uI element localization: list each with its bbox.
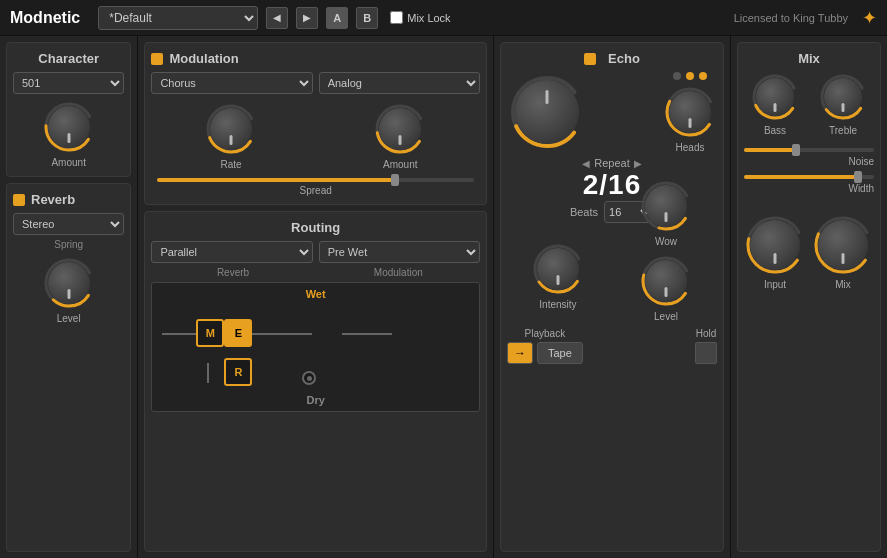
repeat-label: Repeat — [594, 157, 629, 169]
wow-knob[interactable] — [639, 179, 693, 233]
playback-label: Playback — [525, 328, 566, 339]
top-bar: Modnetic *Default ◀ ▶ A B Mix Lock Licen… — [0, 0, 887, 36]
modulation-rate-label: Rate — [220, 159, 241, 170]
heads-knob[interactable] — [663, 85, 717, 139]
panel-middle: Modulation Chorus Analog — [138, 36, 494, 558]
panel-mix: Mix Bass — [731, 36, 887, 558]
modulation-amount-label: Amount — [383, 159, 417, 170]
modulation-mode-select[interactable]: Analog — [319, 72, 480, 94]
heads-label: Heads — [676, 142, 705, 153]
echo-tape-knob[interactable] — [507, 72, 587, 152]
routing-modulation-label: Modulation — [319, 267, 478, 278]
mix-bottom-knobs: Input Mix — [744, 214, 874, 290]
app-container: Modnetic *Default ◀ ▶ A B Mix Lock Licen… — [0, 0, 887, 558]
playback-tape-btn[interactable]: Tape — [537, 342, 583, 364]
width-label: Width — [744, 183, 874, 194]
input-knob[interactable] — [744, 214, 806, 276]
mix-output-label: Mix — [835, 279, 851, 290]
head-dot-2 — [686, 72, 694, 80]
width-slider-track[interactable] — [744, 175, 874, 179]
echo-led[interactable] — [584, 53, 596, 65]
routing-reverb-label: Reverb — [153, 267, 312, 278]
reverb-type-select[interactable]: Stereo — [13, 213, 124, 235]
licensed-text: Licensed to King Tubby — [734, 12, 848, 24]
intensity-knob-wrapper: Intensity — [531, 242, 585, 310]
routing-section: Routing Parallel Pre Wet Reverb Modulati… — [144, 211, 487, 552]
mix-output-knob[interactable] — [812, 214, 874, 276]
reverb-title: Reverb — [31, 192, 75, 207]
mix-lock-checkbox[interactable] — [390, 11, 403, 24]
spread-slider-track[interactable] — [157, 178, 474, 182]
mix-section: Mix Bass — [737, 42, 881, 552]
bass-label: Bass — [764, 125, 786, 136]
treble-knob-wrapper: Treble — [818, 72, 868, 136]
routing-diagram: Wet Dry M E R — [151, 282, 480, 412]
mix-lock-container: Mix Lock — [390, 11, 450, 24]
hold-box[interactable] — [695, 342, 717, 364]
reverb-level-knob-wrapper: Level — [13, 256, 124, 324]
playback-row: Playback → Tape Hold — [507, 328, 717, 364]
panel-left: Character 501 Amount — [0, 36, 138, 558]
beats-label: Beats — [570, 206, 598, 218]
noise-slider-track[interactable] — [744, 148, 874, 152]
mix-knob-wrapper: Mix — [812, 214, 874, 290]
panel-echo: Echo — [494, 36, 731, 558]
mix-top-knobs: Bass Treble — [744, 72, 874, 136]
preset-select[interactable]: *Default — [98, 6, 258, 30]
main-content: Character 501 Amount — [0, 36, 887, 558]
reverb-section: Reverb Stereo Spring — [6, 183, 131, 552]
routing-reverb-select[interactable]: Parallel — [151, 241, 312, 263]
routing-title: Routing — [151, 220, 480, 235]
heads-dots — [673, 72, 707, 80]
mix-lock-label: Mix Lock — [407, 12, 450, 24]
character-preset-select[interactable]: 501 — [13, 72, 124, 94]
btn-b[interactable]: B — [356, 7, 378, 29]
modulation-rate-knob-wrapper: Rate — [204, 102, 258, 170]
nav-prev-button[interactable]: ◀ — [266, 7, 288, 29]
spread-slider-container: Spread — [151, 178, 480, 196]
intensity-knob[interactable] — [531, 242, 585, 296]
wow-label: Wow — [655, 236, 677, 247]
routing-node-e[interactable]: E — [224, 319, 252, 347]
treble-knob[interactable] — [818, 72, 868, 122]
modulation-amount-knob-wrapper: Amount — [373, 102, 427, 170]
modulation-led[interactable] — [151, 53, 163, 65]
character-amount-knob-wrapper: Amount — [13, 100, 124, 168]
repeat-right-arrow[interactable]: ▶ — [634, 158, 642, 169]
width-slider-row: Width — [744, 171, 874, 198]
level-knob[interactable] — [639, 254, 693, 308]
repeat-left-arrow[interactable]: ◀ — [582, 158, 590, 169]
modulation-dropdowns: Chorus Analog — [151, 72, 480, 94]
reverb-sub-label: Spring — [13, 239, 124, 250]
echo-header: Echo — [507, 51, 717, 66]
routing-mod-select[interactable]: Pre Wet — [319, 241, 480, 263]
modulation-amount-knob[interactable] — [373, 102, 427, 156]
routing-node-m[interactable]: M — [196, 319, 224, 347]
routing-node-r[interactable]: R — [224, 358, 252, 386]
reverb-level-label: Level — [57, 313, 81, 324]
nav-next-button[interactable]: ▶ — [296, 7, 318, 29]
modulation-type-select[interactable]: Chorus — [151, 72, 312, 94]
input-knob-wrapper: Input — [744, 214, 806, 290]
mix-title: Mix — [744, 51, 874, 66]
routing-dry-label: Dry — [306, 394, 324, 406]
modulation-knobs: Rate Amount — [151, 102, 480, 170]
reverb-level-knob[interactable] — [42, 256, 96, 310]
bass-knob[interactable] — [750, 72, 800, 122]
hold-label: Hold — [696, 328, 717, 339]
playback-arrow-btn[interactable]: → — [507, 342, 533, 364]
spread-label: Spread — [300, 185, 332, 196]
character-title: Character — [13, 51, 124, 66]
noise-label: Noise — [744, 156, 874, 167]
character-amount-knob[interactable] — [42, 100, 96, 154]
bass-knob-wrapper: Bass — [750, 72, 800, 136]
intensity-label: Intensity — [539, 299, 576, 310]
echo-title: Echo — [608, 51, 640, 66]
modulation-header: Modulation — [151, 51, 480, 66]
character-section: Character 501 Amount — [6, 42, 131, 177]
modulation-rate-knob[interactable] — [204, 102, 258, 156]
character-amount-label: Amount — [51, 157, 85, 168]
routing-circle-node — [302, 371, 316, 385]
reverb-led[interactable] — [13, 194, 25, 206]
btn-a[interactable]: A — [326, 7, 348, 29]
